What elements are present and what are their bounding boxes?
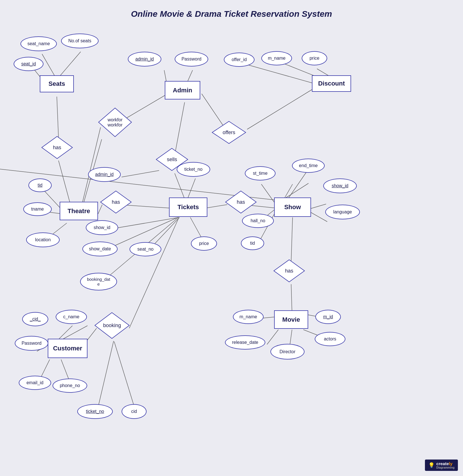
- attr-m-id: m_id: [315, 310, 341, 324]
- attr-cid: _cid_: [22, 312, 48, 326]
- entity-theatre: Theatre: [60, 202, 98, 220]
- attr-tid-show: tid: [241, 236, 264, 250]
- entity-admin: Admin: [165, 81, 200, 99]
- attr-location: location: [26, 232, 60, 247]
- svg-line-25: [206, 205, 227, 208]
- svg-line-34: [291, 217, 293, 261]
- attr-admin-id-rel: admin_id: [88, 167, 121, 182]
- svg-line-19: [175, 173, 185, 199]
- attr-price-tickets: price: [191, 236, 217, 251]
- attr-email-id: email_id: [19, 376, 51, 390]
- attr-booking-date: booking_dat e: [80, 273, 117, 290]
- entity-seats: Seats: [40, 75, 74, 92]
- attr-actors: actors: [315, 332, 345, 346]
- entity-discount: Discount: [312, 75, 351, 92]
- attr-show-date: show_date: [82, 242, 118, 256]
- svg-line-38: [267, 330, 278, 344]
- attr-end-time: end_time: [292, 159, 325, 173]
- attr-cid-booking: cid: [122, 404, 147, 419]
- entity-tickets: Tickets: [169, 198, 207, 217]
- attr-director: Director: [270, 344, 305, 359]
- rel-booking: booking: [94, 312, 130, 339]
- svg-line-35: [291, 284, 292, 313]
- svg-line-22: [122, 171, 159, 177]
- entity-movie: Movie: [274, 310, 308, 329]
- rel-has-theatre-tickets: has: [100, 190, 132, 214]
- attr-seat-name: seat_name: [20, 36, 57, 51]
- rel-has-tickets-show: has: [225, 190, 257, 214]
- lines-layer: [0, 0, 463, 476]
- svg-line-53: [114, 342, 136, 413]
- attr-admin-id-top: admin_id: [128, 52, 161, 66]
- diagram-container: Online Movie & Drama Ticket Reservation …: [0, 0, 463, 476]
- svg-line-52: [97, 341, 114, 413]
- attr-phone-no: phone_no: [53, 379, 87, 393]
- attr-language: language: [325, 205, 360, 219]
- svg-line-4: [59, 161, 70, 205]
- attr-tname: tname: [23, 202, 52, 216]
- creately-logo: 💡 creately Diagramming: [425, 460, 458, 471]
- brand-name: creately: [436, 461, 452, 466]
- brand-sub: Diagramming: [436, 466, 454, 469]
- svg-line-40: [290, 330, 292, 346]
- entity-customer: Customer: [48, 339, 87, 358]
- rel-sells: sells: [156, 148, 188, 171]
- svg-line-55: [287, 169, 308, 200]
- attr-seat-id: seat_id: [14, 57, 43, 71]
- rel-has-seats-theatre: has: [41, 136, 73, 159]
- svg-line-3: [57, 97, 59, 138]
- entity-show: Show: [274, 198, 311, 217]
- attr-release-date: release_date: [225, 335, 265, 350]
- svg-line-23: [187, 178, 195, 199]
- svg-line-15: [247, 88, 315, 129]
- attr-hall-no: hall_no: [242, 214, 274, 228]
- rel-has-show-movie: has: [273, 259, 305, 282]
- attr-m-name-movie: m_name: [233, 310, 264, 324]
- attr-price-discount: price: [302, 51, 327, 65]
- attr-c-name: c_name: [56, 310, 87, 324]
- svg-line-49: [62, 326, 87, 340]
- svg-line-32: [310, 204, 326, 209]
- rel-workfor: workfor workfor: [98, 107, 132, 137]
- bulb-icon: 💡: [428, 462, 435, 468]
- svg-line-33: [310, 212, 327, 222]
- attr-show-id-show: show_id: [323, 178, 357, 193]
- attr-seat-no: seat_no: [130, 242, 161, 256]
- svg-line-28: [284, 183, 308, 199]
- svg-line-16: [243, 63, 315, 84]
- rel-offers: offers: [212, 121, 246, 144]
- attr-offer-id: offer_id: [224, 53, 255, 67]
- attr-password-admin: Password: [175, 52, 208, 66]
- attr-m-name-discount: m_name: [261, 51, 292, 65]
- svg-line-13: [176, 102, 185, 151]
- attr-st-time: st_time: [245, 166, 276, 180]
- attr-password-customer: Password: [15, 336, 48, 351]
- attr-show-id-tickets: show_id: [86, 220, 118, 235]
- attr-no-of-seats: No.of seats: [61, 34, 99, 48]
- page-title: Online Movie & Drama Ticket Reservation …: [131, 9, 332, 19]
- svg-line-54: [284, 184, 293, 199]
- attr-tid-theatre: tid: [28, 178, 52, 192]
- attr-ticket-no-booking: ticket_no: [77, 404, 113, 419]
- svg-line-27: [261, 184, 276, 204]
- svg-line-45: [129, 217, 179, 328]
